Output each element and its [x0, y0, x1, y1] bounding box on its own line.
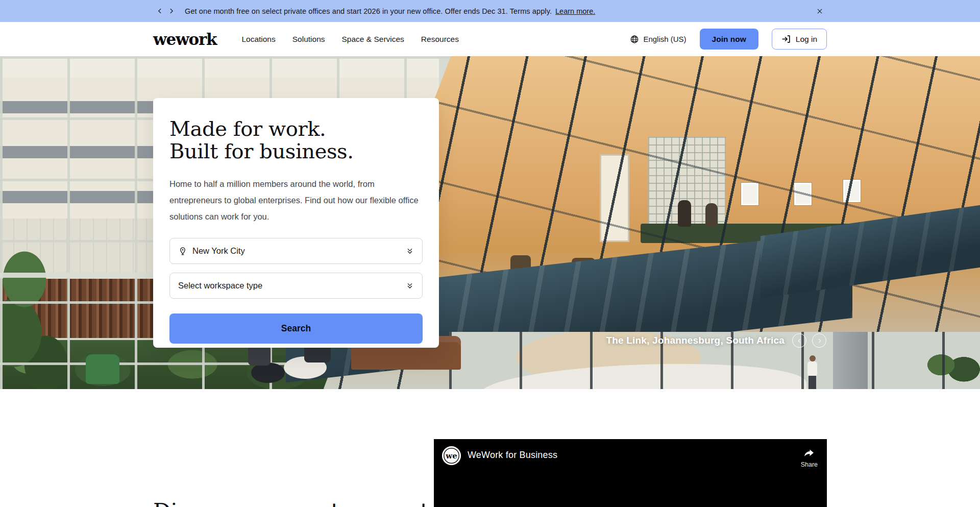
wework-homepage: Get one month free on select private off… — [0, 0, 980, 507]
globe-icon — [630, 35, 639, 44]
video-title-bar: we WeWork for Business Share — [434, 439, 827, 468]
workspace-type-placeholder: Select workspace type — [178, 281, 401, 291]
site-header: wework Locations Solutions Space & Servi… — [0, 22, 980, 56]
log-in-button[interactable]: Log in — [772, 29, 827, 50]
hero-title-line1: Made for work. — [169, 117, 423, 140]
banner-next-button[interactable] — [165, 6, 177, 17]
hero-description: Home to half a million members around th… — [169, 176, 423, 225]
hero-caption-row: The Link, Johannesburg, South Africa — [0, 333, 980, 348]
workspace-type-select[interactable]: Select workspace type — [169, 273, 423, 299]
hero-search-card: Made for work. Built for business. Home … — [153, 98, 439, 348]
youtube-video-player[interactable]: we WeWork for Business Share — [434, 439, 827, 507]
search-button[interactable]: Search — [169, 313, 423, 344]
login-arrow-icon — [781, 34, 791, 44]
chevron-right-icon — [817, 338, 822, 344]
banner-prev-button[interactable] — [154, 6, 165, 17]
banner-close-button[interactable] — [814, 5, 825, 17]
banner-learn-more-link[interactable]: Learn more. — [555, 7, 595, 15]
language-selector[interactable]: English (US) — [630, 35, 686, 44]
share-arrow-icon — [803, 447, 815, 460]
hero-title: Made for work. Built for business. — [169, 117, 423, 162]
chevron-left-icon — [797, 338, 802, 344]
language-label: English (US) — [643, 35, 686, 43]
promo-banner-inner: Get one month free on select private off… — [0, 0, 980, 22]
nav-item-resources[interactable]: Resources — [421, 35, 459, 44]
double-chevron-down-icon — [406, 247, 414, 255]
header-right: English (US) Join now Log in — [630, 29, 827, 50]
carousel-prev-button[interactable] — [792, 333, 806, 348]
wework-logo[interactable]: wework — [153, 30, 216, 49]
nav-item-space-services[interactable]: Space & Services — [342, 35, 404, 44]
hero-bg-chair — [86, 354, 119, 384]
wework-channel-avatar[interactable]: we — [442, 446, 461, 465]
hero-bg-chair — [248, 345, 271, 366]
hero-title-line2: Built for business. — [169, 140, 423, 162]
hero-photo: The Link, Johannesburg, South Africa Mad… — [0, 56, 980, 389]
log-in-label: Log in — [796, 35, 817, 44]
promo-banner: Get one month free on select private off… — [0, 0, 980, 22]
chevron-right-icon — [168, 8, 175, 14]
location-pin-icon — [178, 247, 187, 256]
hero-bg-side-table — [251, 363, 285, 383]
video-share-button[interactable]: Share — [801, 447, 818, 468]
location-select-value: New York City — [192, 246, 401, 256]
chevron-left-icon — [157, 8, 163, 14]
join-now-button[interactable]: Join now — [700, 29, 758, 50]
main-nav: Locations Solutions Space & Services Res… — [241, 35, 459, 44]
video-share-label: Share — [801, 461, 818, 468]
double-chevron-down-icon — [406, 282, 414, 290]
banner-text: Get one month free on select private off… — [185, 7, 552, 15]
carousel-next-button[interactable] — [812, 333, 826, 348]
video-title[interactable]: WeWork for Business — [468, 450, 801, 461]
location-select[interactable]: New York City — [169, 238, 423, 264]
nav-item-locations[interactable]: Locations — [241, 35, 275, 44]
close-icon — [816, 8, 823, 15]
hero-location-caption: The Link, Johannesburg, South Africa — [606, 335, 785, 346]
nav-item-solutions[interactable]: Solutions — [292, 35, 325, 44]
